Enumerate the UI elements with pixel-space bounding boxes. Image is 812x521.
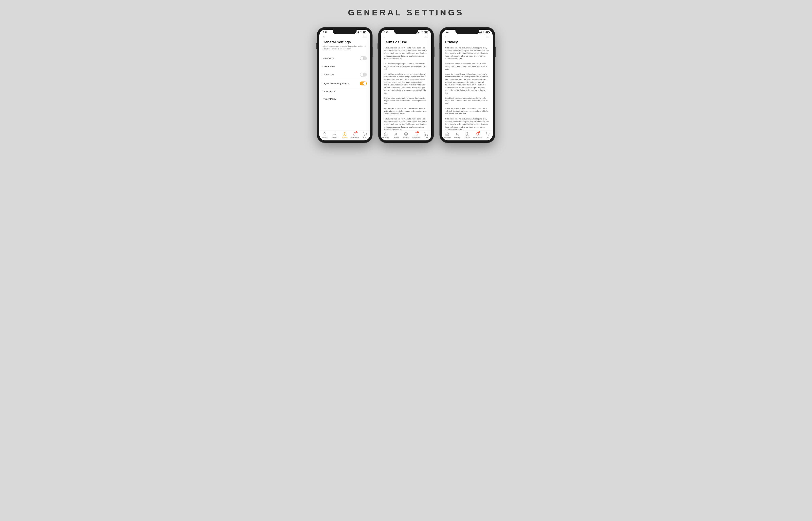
settings-privacy[interactable]: Privacy Policy xyxy=(322,95,367,103)
nav-account-3[interactable]: Account xyxy=(463,132,472,138)
nav-notifications-1[interactable]: 1 Notifications xyxy=(351,132,359,138)
notification-badge-2: 1 xyxy=(417,131,419,133)
settings-location: I agree to share my location xyxy=(322,79,367,88)
discovery-label-3: Discovery xyxy=(444,137,451,138)
terms-p4: Cras blandit consequat sapien ut cursus.… xyxy=(384,97,428,105)
settings-notifications: Notifications xyxy=(322,54,367,63)
notifications-icon-2: 1 xyxy=(414,132,418,136)
delivery-label-1: Delivery xyxy=(332,137,337,138)
nav-delivery-3[interactable]: Delivery xyxy=(453,132,461,138)
nav-notifications-3[interactable]: 1 Notifications xyxy=(473,132,482,138)
notification-badge-3: 1 xyxy=(478,131,480,133)
phone-1-status-icons xyxy=(356,31,366,33)
phone-3-notch xyxy=(455,30,479,34)
cart-icon-1 xyxy=(363,132,367,136)
delivery-icon-3 xyxy=(455,132,459,136)
nav-discovery-1[interactable]: Discovery xyxy=(320,132,329,138)
nav-cart-2[interactable]: Cart xyxy=(422,132,431,138)
terms-p5: Nam a nisi eu arcu dictum mattis. Aenean… xyxy=(384,107,428,115)
toggle-knob-3 xyxy=(363,82,366,85)
privacy-p1: Nulla cursus vitae nisi sed venenatis. F… xyxy=(445,47,490,60)
settings-clear-cache[interactable]: Clear Cache xyxy=(322,63,367,70)
phone-1-top-nav: ← xyxy=(319,34,370,40)
phone-1-bottom-nav: Discovery Delivery xyxy=(319,131,370,140)
settings-subtitle: Drive license number is needed if driver… xyxy=(322,45,367,50)
terms-p6: Nulla cursus vitae nisi sed venenatis. F… xyxy=(384,118,428,131)
svg-point-10 xyxy=(483,33,484,33)
privacy-scroll[interactable]: Privacy Nulla cursus vitae nisi sed vene… xyxy=(445,40,490,131)
settings-terms[interactable]: Terms of Use xyxy=(322,88,367,95)
phone-2-screen: 9:41 xyxy=(381,30,431,140)
page-title: GENERAL SETTINGS xyxy=(348,8,464,17)
settings-title: General Settings xyxy=(322,40,367,44)
nav-account-1[interactable]: Account xyxy=(340,132,349,138)
nav-discovery-3[interactable]: Discovery xyxy=(443,132,452,138)
cart-label-2: Cart xyxy=(425,137,428,138)
phone-2-notch xyxy=(394,30,418,34)
nav-delivery-1[interactable]: Delivery xyxy=(330,132,339,138)
svg-point-12 xyxy=(467,134,468,135)
discovery-label-1: Discovery xyxy=(321,137,328,138)
privacy-p2: Cras blandit consequat sapien ut cursus.… xyxy=(445,63,490,71)
phone-1-screen: 9:41 xyxy=(319,30,370,140)
nav-cart-1[interactable]: Cart xyxy=(360,132,369,138)
terms-p2: Cras blandit consequat sapien ut cursus.… xyxy=(384,63,428,71)
svg-point-1 xyxy=(334,133,335,134)
notifications-toggle[interactable] xyxy=(360,56,367,60)
notifications-icon-1: 1 xyxy=(353,132,357,136)
notifications-icon-3: 1 xyxy=(475,132,480,136)
account-label-1: Account xyxy=(342,137,347,138)
terms-p3: Nam a nisi eu arcu dictum mattis. Aenean… xyxy=(384,73,428,94)
svg-point-8 xyxy=(426,135,426,136)
notifications-nav-label-3: Notifications xyxy=(473,137,482,138)
account-label-2: Account xyxy=(403,137,409,138)
account-icon-3 xyxy=(465,132,470,136)
location-toggle[interactable] xyxy=(360,82,367,86)
terms-scroll[interactable]: Terms os Use Nulla cursus vitae nisi sed… xyxy=(384,40,428,131)
menu-button[interactable] xyxy=(363,36,367,38)
delivery-icon-2 xyxy=(394,132,398,136)
menu-button-3[interactable] xyxy=(486,36,490,38)
phones-container: 9:41 xyxy=(317,27,495,143)
notifications-label: Notifications xyxy=(322,57,334,60)
notifications-nav-label-1: Notifications xyxy=(351,137,359,138)
settings-scroll[interactable]: General Settings Drive license number is… xyxy=(322,40,367,131)
phone-3-time: 9:41 xyxy=(446,31,450,33)
nav-account-2[interactable]: Account xyxy=(402,132,410,138)
phone-1-time: 9:41 xyxy=(323,31,327,33)
phone-1-notch xyxy=(333,30,357,34)
nav-discovery-2[interactable]: Discovery xyxy=(381,132,390,138)
phone-1-content: General Settings Drive license number is… xyxy=(319,40,370,131)
account-label-3: Account xyxy=(465,137,470,138)
svg-point-9 xyxy=(427,135,428,136)
svg-point-14 xyxy=(489,135,489,136)
nav-cart-3[interactable]: Cart xyxy=(483,132,492,138)
wifi-icon-3 xyxy=(482,31,485,33)
phone-2-content: Terms os Use Nulla cursus vitae nisi sed… xyxy=(381,40,431,131)
discovery-icon-1 xyxy=(322,132,326,136)
nav-delivery-2[interactable]: Delivery xyxy=(391,132,400,138)
do-not-call-toggle[interactable] xyxy=(360,73,367,76)
back-button-2[interactable]: ← xyxy=(384,35,387,39)
settings-do-not-call: Do Not Call xyxy=(322,70,367,79)
privacy-p3: Nam a nisi eu arcu dictum mattis. Aenean… xyxy=(445,73,490,94)
battery-icon-2 xyxy=(424,31,428,33)
cart-icon-3 xyxy=(486,132,490,136)
toggle-knob-2 xyxy=(360,73,363,76)
wifi-icon xyxy=(360,31,362,33)
nav-notifications-2[interactable]: 1 Notifications xyxy=(412,132,421,138)
account-icon-1 xyxy=(342,132,347,136)
discovery-label-2: Discovery xyxy=(382,137,389,138)
svg-point-11 xyxy=(456,133,458,134)
wifi-icon-2 xyxy=(421,31,423,33)
menu-button-2[interactable] xyxy=(425,36,428,38)
back-button[interactable]: ← xyxy=(322,35,326,39)
discovery-icon-3 xyxy=(445,132,449,136)
back-button-3[interactable]: ← xyxy=(445,35,448,39)
svg-point-6 xyxy=(395,133,397,134)
battery-icon xyxy=(363,31,366,33)
phone-2: 9:41 xyxy=(378,27,434,143)
delivery-label-3: Delivery xyxy=(454,137,460,138)
phone-2-time: 9:41 xyxy=(384,31,388,33)
notification-badge-1: 1 xyxy=(356,131,358,133)
